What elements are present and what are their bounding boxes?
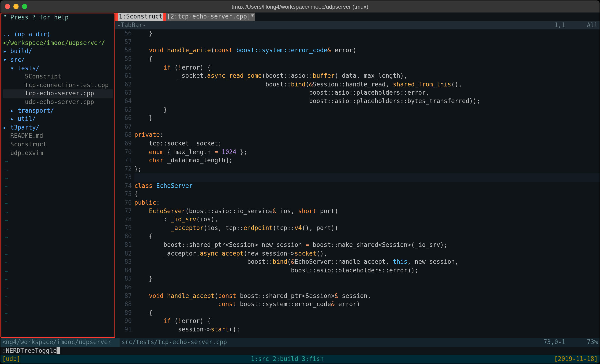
tmux-date: [2019-11-18]: [554, 355, 598, 364]
empty-line-tilde: ~: [3, 292, 113, 301]
tree-file[interactable]: udp.exvim: [3, 149, 113, 157]
code-area[interactable]: 5657585960616263646566676869707172737475…: [115, 29, 600, 338]
code-line[interactable]: [134, 173, 600, 182]
code-line[interactable]: enum { max_length = 1024 };: [134, 148, 600, 156]
code-line[interactable]: [134, 38, 600, 46]
empty-line-tilde: ~: [3, 259, 113, 267]
code-line[interactable]: {: [134, 309, 600, 317]
empty-line-tilde: ~: [3, 284, 113, 292]
code-line[interactable]: }: [134, 275, 600, 283]
status-left-pane: <ng4/workspace/imooc/udpserver: [0, 338, 120, 346]
tabbar-pct: All: [587, 21, 598, 29]
empty-line-tilde: ~: [3, 309, 113, 318]
line-numbers: 5657585960616263646566676869707172737475…: [115, 29, 134, 338]
tree-dir[interactable]: ▸ util/: [3, 115, 113, 123]
editor-pane: 1:Sconstruct [2:tcp-echo-server.cpp]* -T…: [115, 12, 600, 338]
code-line[interactable]: {: [134, 232, 600, 241]
file-tree[interactable]: ▸ build/▾ src/ ▾ tests/ SConscript tcp-c…: [1, 47, 115, 337]
code-line[interactable]: if (!error) {: [134, 63, 600, 72]
tree-file[interactable]: SConscript: [3, 73, 113, 81]
code-line[interactable]: boost::asio::placeholders::error));: [134, 266, 600, 275]
source-code[interactable]: } void handle_write(const boost::system:…: [134, 29, 600, 338]
code-line[interactable]: session->start();: [134, 326, 600, 334]
code-line[interactable]: }: [134, 114, 600, 122]
code-line[interactable]: const boost::system::error_code& error): [134, 300, 600, 309]
vim-command-line[interactable]: :NERDTreeToggle: [0, 347, 600, 355]
window-title: tmux /Users/lilong4/workspace/imooc/udps…: [0, 3, 600, 10]
tab-active-indicator: [115, 12, 118, 21]
tree-file[interactable]: Sconstruct: [3, 140, 113, 149]
code-line[interactable]: [134, 283, 600, 292]
empty-line-tilde: ~: [3, 318, 113, 326]
tree-file[interactable]: tcp-connection-test.cpp: [3, 81, 113, 90]
code-line[interactable]: {: [134, 190, 600, 199]
code-line[interactable]: char _data[max_length];: [134, 156, 600, 165]
code-line[interactable]: void handle_accept(const boost::shared_p…: [134, 292, 600, 300]
code-line[interactable]: boost::asio::placeholders::error,: [134, 89, 600, 97]
code-line[interactable]: }: [134, 106, 600, 114]
empty-line-tilde: ~: [3, 301, 113, 309]
command-text: :NERDTreeToggle: [2, 347, 57, 354]
code-line[interactable]: boost::bind(&Session::handle_read, share…: [134, 80, 600, 89]
tree-file[interactable]: tcp-echo-server.cpp: [3, 90, 113, 98]
empty-line-tilde: ~: [3, 250, 113, 259]
code-line[interactable]: }: [134, 29, 600, 38]
status-filename: src/tests/tcp-echo-server.cpp: [122, 338, 227, 346]
tabbar-pos: 1,1: [554, 21, 565, 29]
empty-line-tilde: ~: [3, 166, 113, 174]
code-line[interactable]: boost::shared_ptr<Session> new_session =…: [134, 241, 600, 249]
tmux-windows[interactable]: 1:src 2:build 3:fish: [251, 355, 324, 364]
tree-dir[interactable]: ▸ transport/: [3, 106, 113, 115]
nerdtree-sidebar[interactable]: " Press ? for help .. (up a dir) </works…: [0, 12, 115, 338]
tree-dir[interactable]: ▸ t3party/: [3, 123, 113, 132]
code-line[interactable]: _acceptor.async_accept(new_session->sock…: [134, 249, 600, 258]
tree-dir[interactable]: ▾ tests/: [3, 64, 113, 73]
tree-file[interactable]: README.md: [3, 132, 113, 140]
code-line[interactable]: tcp::socket _socket;: [134, 139, 600, 148]
titlebar: tmux /Users/lilong4/workspace/imooc/udps…: [0, 0, 600, 13]
code-line[interactable]: boost::asio::placeholders::bytes_transfe…: [134, 97, 600, 106]
empty-line-tilde: ~: [3, 191, 113, 199]
code-line[interactable]: if (!error) {: [134, 317, 600, 325]
tree-dir[interactable]: ▾ src/: [3, 56, 113, 64]
code-line[interactable]: void handle_write(const boost::system::e…: [134, 46, 600, 55]
tmux-session: [udp]: [2, 355, 20, 364]
buffer-tabs[interactable]: 1:Sconstruct [2:tcp-echo-server.cpp]*: [115, 12, 600, 21]
nerdtree-up-dir[interactable]: .. (up a dir): [1, 30, 115, 39]
code-line[interactable]: };: [134, 165, 600, 173]
empty-line-tilde: ~: [3, 242, 113, 250]
empty-line-tilde: ~: [3, 208, 113, 217]
tmux-statusbar[interactable]: [udp] 1:src 2:build 3:fish [2019-11-18]: [0, 355, 600, 364]
tabbar-label: -TabBar-: [117, 21, 146, 29]
code-line[interactable]: private:: [134, 131, 600, 139]
empty-line-tilde: ~: [3, 217, 113, 225]
code-line[interactable]: : _io_srv(ios),: [134, 216, 600, 224]
empty-line-tilde: ~: [3, 182, 113, 191]
status-percent: 73%: [587, 338, 598, 346]
code-line[interactable]: {: [134, 55, 600, 63]
content: " Press ? for help .. (up a dir) </works…: [0, 12, 600, 363]
tree-dir[interactable]: ▸ build/: [3, 47, 113, 56]
code-line[interactable]: [134, 122, 600, 131]
code-line[interactable]: public:: [134, 199, 600, 207]
empty-line-tilde: ~: [3, 225, 113, 233]
tab-tcp-echo-server[interactable]: [2:tcp-echo-server.cpp]*: [166, 12, 255, 21]
tree-file[interactable]: udp-echo-server.cpp: [3, 98, 113, 106]
vim-statusline: <ng4/workspace/imooc/udpserver src/tests…: [0, 338, 600, 346]
terminal-window: tmux /Users/lilong4/workspace/imooc/udps…: [0, 0, 600, 364]
tabbar-status: -TabBar- 1,1 All: [115, 21, 600, 29]
vim-area: " Press ? for help .. (up a dir) </works…: [0, 12, 600, 338]
cursor-icon: [57, 347, 60, 354]
nerdtree-help: " Press ? for help: [1, 13, 115, 22]
code-line[interactable]: class EchoServer: [134, 182, 600, 190]
code-line[interactable]: _acceptor(ios, tcp::endpoint(tcp::v4(), …: [134, 224, 600, 232]
nerdtree-root[interactable]: </workspace/imooc/udpserver/: [1, 39, 115, 47]
code-line[interactable]: EchoServer(boost::asio::io_service& ios,…: [134, 207, 600, 216]
tab-sconstruct[interactable]: 1:Sconstruct: [118, 12, 163, 21]
code-line[interactable]: _socket.async_read_some(boost::asio::buf…: [134, 72, 600, 80]
empty-line-tilde: ~: [3, 200, 113, 208]
empty-line-tilde: ~: [3, 157, 113, 166]
empty-line-tilde: ~: [3, 276, 113, 284]
code-line[interactable]: boost::bind(&EchoServer::handle_accept, …: [134, 258, 600, 266]
tab-active-indicator: [163, 12, 166, 21]
